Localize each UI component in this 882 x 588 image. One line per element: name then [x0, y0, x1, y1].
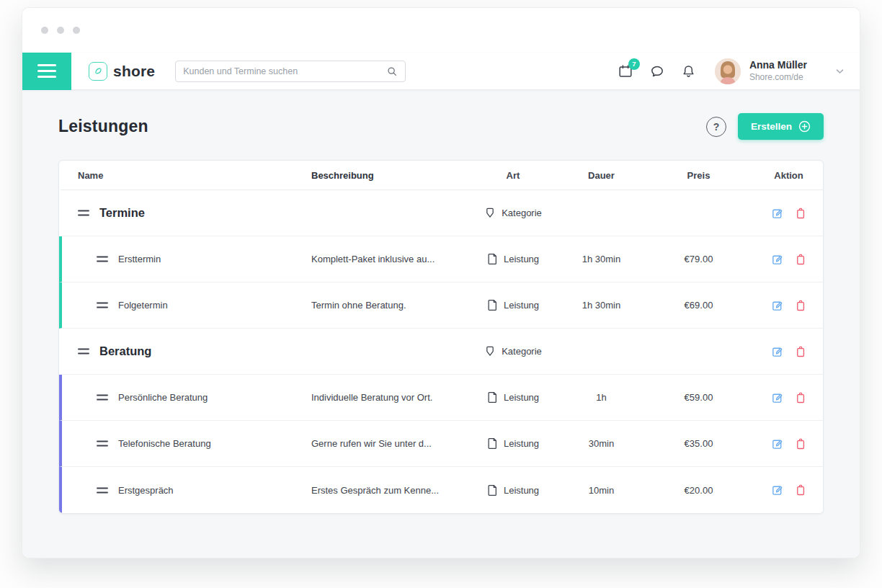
search-input[interactable] — [183, 66, 386, 76]
edit-button[interactable] — [771, 437, 784, 450]
column-header-dauer: Dauer — [560, 170, 643, 181]
delete-button[interactable] — [795, 299, 806, 312]
row-duration: 10min — [560, 485, 643, 496]
delete-button[interactable] — [795, 437, 806, 450]
shore-logo-icon — [89, 62, 107, 81]
row-price: €20.00 — [643, 485, 754, 496]
shore-logo[interactable]: shore — [89, 62, 155, 81]
brand-name: shore — [113, 63, 155, 80]
edit-button[interactable] — [771, 299, 784, 312]
row-duration: 30min — [560, 438, 643, 449]
document-icon — [487, 484, 498, 496]
help-button[interactable]: ? — [706, 117, 726, 137]
calendar-button[interactable]: 7 — [618, 63, 633, 79]
create-button-label: Erstellen — [751, 121, 792, 132]
window-dot[interactable] — [57, 27, 64, 34]
document-icon — [487, 391, 498, 404]
edit-button[interactable] — [771, 484, 784, 496]
create-button[interactable]: Erstellen — [738, 113, 824, 140]
drag-handle-icon[interactable] — [97, 487, 108, 494]
global-search[interactable] — [175, 61, 406, 82]
row-duration: 1h 30min — [560, 254, 643, 264]
document-icon — [487, 437, 498, 450]
row-price: €59.00 — [643, 392, 754, 403]
column-header-name: Name — [62, 170, 311, 181]
row-type: Kategorie — [502, 346, 542, 357]
row-type: Leistung — [504, 485, 539, 496]
user-menu[interactable]: Anna Müller Shore.com/de — [749, 59, 807, 83]
calendar-badge: 7 — [628, 58, 640, 70]
row-price: €35.00 — [643, 438, 754, 449]
window-dot[interactable] — [73, 27, 80, 34]
edit-button[interactable] — [771, 207, 784, 220]
row-duration: 1h — [560, 392, 643, 403]
tag-icon — [484, 207, 496, 219]
row-name: Telefonische Beratung — [118, 438, 211, 449]
search-icon[interactable] — [386, 66, 398, 77]
row-description: Gerne rufen wir Sie unter d... — [311, 438, 466, 449]
row-name: Persönliche Beratung — [118, 392, 208, 403]
drag-handle-icon[interactable] — [97, 302, 108, 308]
table-row: Persönliche Beratung Individuelle Beratu… — [59, 375, 823, 421]
row-name: Erstgespräch — [118, 485, 174, 496]
document-icon — [487, 253, 498, 265]
user-name: Anna Müller — [749, 59, 807, 72]
chevron-down-icon[interactable] — [836, 68, 844, 74]
table-row: Telefonische Beratung Gerne rufen wir Si… — [59, 421, 823, 467]
edit-button[interactable] — [771, 253, 784, 266]
main-content: Leistungen ? Erstellen Name Beschreibung… — [22, 90, 860, 558]
row-name: Beratung — [99, 344, 151, 358]
user-org: Shore.com/de — [749, 72, 807, 83]
row-description: Individuelle Beratung vor Ort. — [311, 392, 466, 403]
drag-handle-icon[interactable] — [78, 210, 89, 216]
edit-button[interactable] — [771, 345, 784, 358]
column-header-beschreibung: Beschreibung — [311, 170, 466, 181]
row-name: Folgetermin — [118, 300, 168, 311]
row-type: Kategorie — [502, 208, 542, 218]
plus-circle-icon — [798, 120, 811, 133]
table-row: Beratung Kategorie — [59, 329, 823, 375]
tag-icon — [484, 345, 496, 357]
drag-handle-icon[interactable] — [97, 256, 108, 262]
row-type: Leistung — [504, 392, 539, 403]
topbar-actions: 7 An — [602, 58, 860, 84]
delete-button[interactable] — [795, 207, 806, 220]
row-type: Leistung — [504, 438, 539, 449]
row-description: Erstes Gespräch zum Kenne... — [311, 485, 466, 496]
column-header-preis: Preis — [643, 170, 754, 181]
table-row: Ersttermin Komplett-Paket inklusive au..… — [59, 236, 823, 282]
edit-button[interactable] — [771, 391, 784, 404]
drag-handle-icon[interactable] — [97, 394, 108, 401]
window-controls[interactable] — [41, 27, 80, 34]
row-type: Leistung — [504, 300, 539, 311]
table-row: Folgetermin Termin ohne Beratung. Leistu… — [59, 282, 823, 329]
drag-handle-icon[interactable] — [97, 440, 108, 447]
row-duration: 1h 30min — [560, 300, 643, 311]
row-description: Komplett-Paket inklusive au... — [311, 254, 466, 264]
delete-button[interactable] — [795, 484, 806, 496]
column-header-aktion: Aktion — [754, 170, 823, 181]
drag-handle-icon[interactable] — [78, 348, 89, 355]
menu-button[interactable] — [22, 53, 71, 90]
services-table: Name Beschreibung Art Dauer Preis Aktion… — [58, 160, 824, 514]
page-title: Leistungen — [58, 117, 148, 136]
table-body: Termine Kategorie — [59, 190, 823, 513]
row-description: Termin ohne Beratung. — [311, 300, 466, 311]
table-row: Erstgespräch Erstes Gespräch zum Kenne..… — [59, 467, 823, 513]
chat-button[interactable] — [649, 63, 665, 79]
table-header: Name Beschreibung Art Dauer Preis Aktion — [59, 161, 823, 190]
window-dot[interactable] — [41, 27, 48, 34]
row-price: €69.00 — [643, 300, 754, 311]
app-window: shore 7 — [22, 7, 860, 558]
topbar: shore 7 — [22, 53, 860, 90]
delete-button[interactable] — [795, 345, 806, 358]
avatar[interactable] — [715, 58, 741, 84]
row-name: Ersttermin — [118, 254, 161, 264]
delete-button[interactable] — [795, 253, 806, 266]
window-titlebar — [22, 8, 860, 53]
row-type: Leistung — [504, 254, 539, 264]
delete-button[interactable] — [795, 391, 806, 404]
table-row: Termine Kategorie — [59, 190, 823, 236]
notifications-button[interactable] — [681, 63, 696, 79]
document-icon — [487, 299, 498, 311]
